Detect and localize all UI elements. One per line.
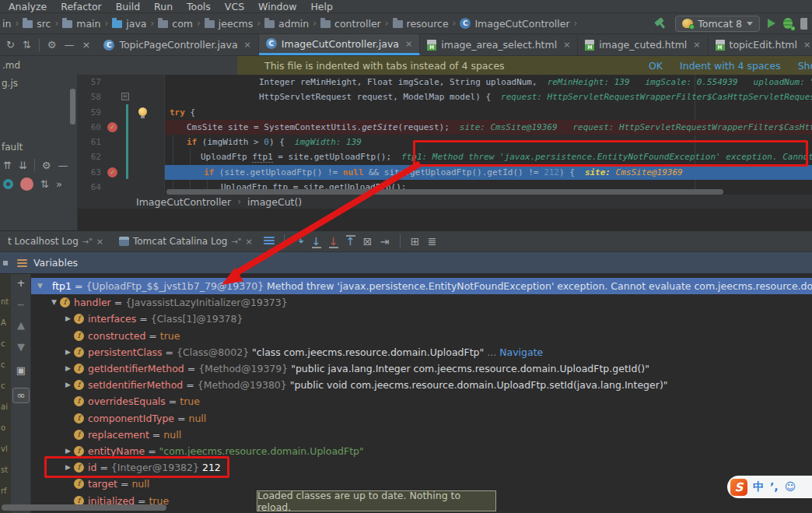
variable-row[interactable]: ▼ftp1 = {UploadFtp_$$_jvst1b7_79@19370} … — [31, 278, 812, 294]
duplicate-watch-icon[interactable]: ▣ — [11, 364, 31, 376]
menu-item-window[interactable]: Window — [251, 1, 303, 12]
intention-bulb-icon[interactable] — [138, 107, 147, 116]
breadcrumb-item[interactable]: admin — [264, 18, 309, 30]
breadcrumb-item[interactable]: com — [158, 18, 193, 30]
ime-language-button[interactable]: 中 — [753, 480, 764, 494]
menu-item-refactor[interactable]: Refactor — [54, 1, 108, 12]
step-into-icon[interactable]: ↓ — [308, 235, 325, 248]
expander-closed-icon[interactable]: ▶ — [62, 377, 74, 393]
close-icon[interactable]: × — [803, 40, 810, 50]
variable-row[interactable]: ▶fentityName = "com.jeecms.resource.doma… — [31, 443, 812, 459]
settings-gear-icon[interactable]: ⚙ — [42, 160, 51, 171]
editor-tab[interactable]: Himage_cuted.html× — [578, 34, 708, 55]
breadcrumb-class[interactable]: ImageCutController — [136, 196, 231, 208]
run-configuration-select[interactable]: Tomcat 8 — [675, 16, 760, 32]
menu-item-vcs[interactable]: VCS — [218, 1, 251, 12]
breadcrumb-item[interactable]: src — [23, 18, 51, 30]
expander-closed-icon[interactable]: ▶ — [62, 443, 74, 459]
fold-marker-icon[interactable]: − — [121, 93, 129, 100]
layout-settings-icon[interactable]: ≣ — [424, 235, 441, 248]
hide-icon[interactable]: — — [58, 160, 68, 171]
variable-row[interactable]: fcomponentIdType = null — [31, 410, 812, 427]
variables-horizontal-scrollbar[interactable] — [2, 504, 166, 511]
menu-item-build[interactable]: Build — [109, 1, 147, 12]
step-over-icon[interactable]: ↷ — [291, 235, 308, 248]
variable-row[interactable]: ▶fsetIdentifierMethod = {Method@19380} "… — [31, 377, 812, 393]
editor-tab[interactable]: Himage_area_select.html× — [420, 34, 578, 55]
banner-action-indent-with-4-spaces[interactable]: Indent with 4 spaces — [680, 60, 781, 72]
editor-tab[interactable]: HtopicEdit.html× — [709, 34, 812, 55]
breakpoint-icon[interactable]: ✓ — [107, 122, 117, 132]
remove-watch-icon[interactable]: − — [11, 299, 31, 311]
expand-all-icon[interactable]: ⇈ — [3, 160, 12, 171]
close-icon[interactable]: × — [245, 237, 252, 247]
step-out-icon[interactable]: ↑ — [342, 235, 359, 248]
code-editor[interactable]: 57Integer reMinHeight, Float imgScale, S… — [78, 75, 812, 195]
menu-item-tools[interactable]: Tools — [180, 1, 218, 12]
menu-item-help[interactable]: Help — [303, 1, 340, 12]
collapse-all-icon[interactable]: ⇊ — [19, 160, 27, 171]
ime-emoji-button[interactable]: ☺ — [785, 480, 796, 494]
drop-frame-icon[interactable]: ⊠ — [359, 235, 376, 248]
close-icon[interactable]: × — [96, 237, 103, 247]
close-icon[interactable]: × — [693, 40, 700, 50]
breadcrumb-item[interactable]: main — [62, 18, 100, 30]
collapse-all-icon[interactable]: ⇅ — [23, 39, 31, 51]
variables-panel-header[interactable]: Variables — [0, 252, 812, 274]
variable-row[interactable]: ▶fid = {Integer@19382} 212 — [31, 459, 812, 476]
expand-icon[interactable]: ⇅ — [40, 178, 49, 190]
expander-closed-icon[interactable]: ▶ — [62, 459, 74, 476]
build-hammer-icon[interactable] — [654, 17, 667, 30]
variable-row[interactable]: ▶finterfaces = {Class[1]@19378} — [31, 311, 812, 327]
expander-closed-icon[interactable]: ▶ — [62, 311, 74, 327]
variable-row[interactable]: freplacement = null — [31, 427, 812, 443]
force-step-into-icon[interactable]: ↓ — [325, 235, 342, 248]
editor-horizontal-scrollbar[interactable] — [166, 189, 723, 195]
run-to-cursor-icon[interactable]: ⇥ — [376, 235, 394, 248]
editor-tab[interactable]: CImageCutController.java× — [259, 34, 420, 55]
evaluate-expression-icon[interactable]: ⊞ — [407, 235, 424, 248]
banner-action-sho[interactable]: Sho — [798, 60, 812, 72]
menu-item-run[interactable]: Run — [147, 1, 180, 12]
close-icon[interactable]: × — [405, 39, 412, 49]
ime-punctuation-button[interactable]: ’, — [770, 480, 779, 494]
run-button[interactable] — [768, 19, 775, 28]
variable-row[interactable]: foverridesEquals = true — [31, 393, 812, 409]
breadcrumb-item[interactable]: resource — [393, 18, 449, 30]
breadcrumb-method[interactable]: imageCut() — [247, 196, 302, 208]
expander-closed-icon[interactable]: ▶ — [62, 344, 74, 360]
chevrons-icon[interactable]: » — [56, 178, 62, 190]
variable-row[interactable]: ▶fgetIdentifierMethod = {Method@19379} "… — [31, 360, 812, 377]
breadcrumb-item[interactable]: controller — [320, 18, 381, 30]
debug-console-tab[interactable]: Tomcat Catalina Log→"× — [111, 230, 261, 252]
close-icon[interactable]: × — [244, 40, 251, 50]
variable-row[interactable]: fconstructed = true — [31, 328, 812, 344]
breadcrumb-item[interactable]: java — [112, 18, 146, 30]
banner-action-ok[interactable]: OK — [649, 60, 663, 72]
variable-row[interactable]: ▼fhandler = {JavassistLazyInitializer@19… — [31, 294, 812, 311]
lambda-icon[interactable] — [20, 177, 33, 191]
editor-tab[interactable]: CTopicPageController.java× — [96, 34, 258, 55]
variable-row[interactable]: ▶fpersistentClass = {Class@8002} "class … — [31, 344, 812, 360]
menu-item-analyze[interactable]: Analyze — [2, 1, 54, 12]
move-up-icon[interactable]: ▲ — [11, 319, 31, 331]
debug-console-tab[interactable]: t Localhost Log→"× — [0, 230, 111, 252]
breakpoint-icon[interactable]: ✓ — [107, 167, 117, 177]
close-icon[interactable]: × — [563, 40, 570, 50]
restore-layout-icon[interactable] — [261, 235, 278, 248]
expander-closed-icon[interactable]: ▶ — [62, 360, 74, 377]
sogou-logo-icon[interactable]: S — [730, 479, 747, 496]
breadcrumb-item[interactable]: jeecms — [205, 18, 253, 30]
settings-gear-icon[interactable]: ⚙ — [47, 39, 57, 51]
move-down-icon[interactable]: ▼ — [11, 341, 31, 353]
close-icon[interactable]: × — [82, 39, 90, 51]
breadcrumb-item[interactable]: in — [2, 18, 11, 30]
teal-ring-icon[interactable] — [3, 179, 13, 189]
expander-open-icon[interactable]: ▼ — [34, 278, 46, 294]
refresh-icon[interactable]: ↻ — [6, 39, 15, 51]
debug-button[interactable] — [783, 18, 793, 29]
hide-panel-icon[interactable]: — — [64, 39, 74, 51]
expander-open-icon[interactable]: ▼ — [48, 294, 60, 311]
show-watches-icon[interactable]: ∞ — [12, 388, 30, 403]
scrollbar[interactable] — [70, 89, 75, 125]
